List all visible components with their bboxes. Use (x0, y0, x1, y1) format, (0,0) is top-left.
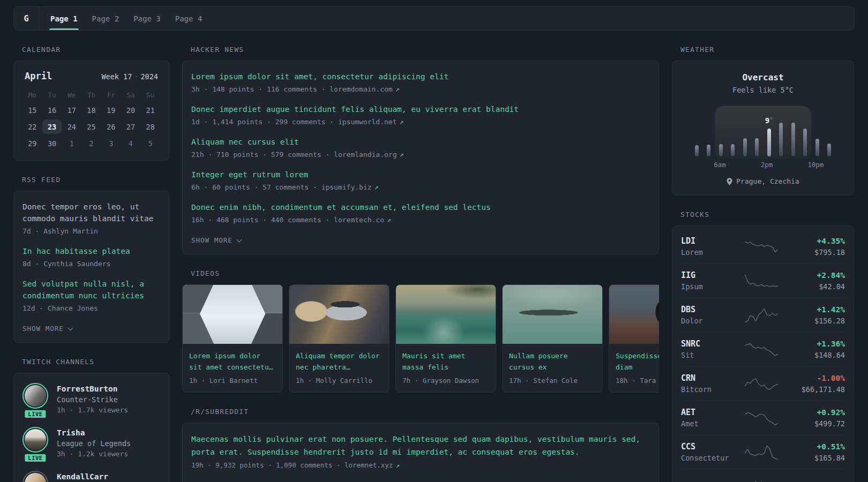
stock-quote: -1.00% $66,171.48 (786, 373, 845, 395)
rss-item: Donec tempor eros leo, ut commodo mauris… (23, 201, 160, 237)
stock-row[interactable]: SNRC Sit +1.36% $148.64 (681, 332, 845, 366)
stock-name: Ipsum (681, 281, 737, 292)
hour-tick-label (824, 161, 835, 169)
rss-item-title[interactable]: Donec tempor eros leo, ut commodo mauris… (23, 201, 160, 224)
rss-item-title[interactable]: In hac habitasse platea (23, 245, 160, 257)
twitch-widget: TWITCH CHANNELS LIVE ForrestBurton Count… (13, 358, 169, 482)
tab-page-3[interactable]: Page 3 (133, 7, 161, 30)
canoe-thumbnail[interactable] (503, 285, 602, 344)
tab-page-2[interactable]: Page 2 (92, 7, 119, 30)
stock-row[interactable]: CCS Consectetur +0.51% $165.84 (681, 435, 845, 469)
tab-page-1[interactable]: Page 1 (50, 7, 78, 30)
weather-feels-like: Feels like 5°C (683, 85, 843, 95)
stock-quote: +0.92% $499.72 (786, 407, 845, 429)
hn-item-title[interactable]: Donec imperdiet augue tincidunt felis al… (191, 103, 650, 115)
stock-ticker[interactable]: LDI (681, 236, 737, 247)
rss-item-meta: 7d · Ashlyn Martin (23, 226, 160, 237)
stock-quote: +4.35% $795.18 (786, 236, 845, 258)
stock-id: CRN Bitcorn (681, 373, 737, 395)
stock-row[interactable]: IIG Ipsum +2.84% $42.04 (681, 263, 845, 298)
rss-show-more-button[interactable]: SHOW MORE (23, 325, 72, 333)
calendar-day: 30 (42, 136, 62, 150)
hn-item-meta[interactable]: 21h · 710 points · 579 comments · loreml… (191, 149, 650, 160)
twitch-channel-row[interactable]: LIVE ForrestBurton Counter-Strike 1h · 1… (23, 383, 160, 415)
calendar-day: 24 (62, 119, 81, 134)
stock-change: -1.00% (786, 373, 845, 384)
hour-bar (743, 138, 747, 156)
calendar-day: 20 (121, 103, 141, 117)
app-logo[interactable]: G (14, 7, 39, 30)
video-title[interactable]: Aliquam tempor dolor nec pharetra… (296, 350, 383, 373)
hn-item-title[interactable]: Integer eget rutrum lorem (191, 169, 650, 180)
stock-ticker[interactable]: CCS (681, 441, 737, 453)
hn-item-title[interactable]: Aliquam nec cursus elit (191, 136, 650, 148)
twitch-avatar-wrap (23, 471, 48, 482)
calendar-day: 18 (81, 103, 101, 117)
stock-row[interactable]: AHS +0.46% (681, 469, 845, 482)
hn-item-title[interactable]: Lorem ipsum dolor sit amet, consectetur … (191, 71, 650, 82)
reddit-post-meta[interactable]: 19h · 9,932 points · 1,090 comments · lo… (191, 460, 650, 471)
video-meta[interactable]: 1h · Molly Carrillo (296, 376, 383, 386)
video-title[interactable]: Lorem ipsum dolor sit amet consectetu… (189, 350, 276, 373)
stock-change: +0.92% (786, 407, 845, 418)
hn-item-meta[interactable]: 3h · 148 points · 116 comments · loremdo… (191, 84, 650, 95)
video-card[interactable]: Mauris sit amet massa felis 7h · Grayson… (395, 284, 496, 393)
hour-tick-label (738, 161, 750, 169)
video-title[interactable]: Nullam posuere cursus ex (509, 350, 596, 373)
hn-item: Donec imperdiet augue tincidunt felis al… (191, 103, 650, 127)
stock-quote: +0.51% $165.84 (786, 441, 845, 463)
weather-location: Prague, Czechia (736, 177, 799, 185)
hour-bar (779, 123, 783, 156)
field-figure-thumbnail[interactable] (609, 285, 659, 344)
stock-row[interactable]: LDI Lorem +4.35% $795.18 (681, 229, 845, 263)
stock-ticker[interactable]: DBS (681, 304, 737, 315)
video-card[interactable]: Aliquam tempor dolor nec pharetra… 1h · … (289, 284, 390, 393)
video-meta[interactable]: 17h · Stefan Cole (509, 376, 596, 386)
stock-ticker[interactable]: IIG (681, 270, 737, 281)
stock-ticker[interactable]: SNRC (681, 338, 737, 350)
calendar-week-year: Week 17·2024 (101, 72, 158, 81)
hn-item-meta[interactable]: 6h · 60 points · 57 comments · ipsumify.… (191, 182, 650, 193)
twitch-channel-name[interactable]: ForrestBurton (57, 383, 128, 394)
video-meta[interactable]: 7h · Grayson Dawson (402, 376, 489, 386)
stock-ticker[interactable]: CRN (681, 373, 737, 384)
calendar-weekday: Th (81, 89, 101, 101)
forrest-avatar[interactable] (23, 383, 48, 409)
stock-row[interactable]: CRN Bitcorn -1.00% $66,171.48 (681, 366, 845, 401)
towers-thumbnail[interactable] (183, 285, 282, 344)
twitch-channel-category[interactable]: League of Legends (57, 438, 131, 449)
kendall-avatar[interactable] (23, 471, 48, 482)
twitch-channel-row[interactable]: LIVE Trisha League of Legends 3h · 1.2k … (23, 427, 160, 459)
sea-boat-thumbnail[interactable] (396, 285, 496, 344)
stock-quote: +1.36% $148.64 (786, 338, 845, 360)
stock-ticker[interactable]: AET (681, 407, 737, 418)
calendar-month: April (25, 71, 52, 81)
stock-row[interactable]: DBS Dolor +1.42% $156.28 (681, 298, 845, 332)
hour-tick-label (702, 161, 714, 169)
video-card[interactable]: Nullam posuere cursus ex 17h · Stefan Co… (502, 284, 603, 393)
trisha-avatar[interactable] (23, 427, 48, 453)
twitch-channel-name[interactable]: KendallCarr (57, 471, 108, 482)
twitch-channel-name[interactable]: Trisha (57, 427, 131, 438)
camera-thumbnail[interactable] (289, 285, 389, 344)
stock-quote: +1.42% $156.28 (786, 304, 845, 326)
video-meta[interactable]: 1h · Lori Barnett (189, 376, 276, 386)
video-title[interactable]: Mauris sit amet massa felis (402, 350, 489, 373)
stock-sparkline (737, 341, 786, 358)
hn-item-title[interactable]: Donec enim nibh, condimentum et accumsan… (191, 201, 650, 213)
tab-page-4[interactable]: Page 4 (175, 7, 203, 30)
video-card[interactable]: Lorem ipsum dolor sit amet consectetu… 1… (182, 284, 283, 393)
twitch-channel-category[interactable]: Counter-Strike (57, 394, 128, 405)
hn-item-meta[interactable]: 1d · 1,414 points · 299 comments · ipsum… (191, 117, 650, 127)
hn-item-meta[interactable]: 16h · 468 points · 440 comments · loremt… (191, 215, 650, 225)
video-card[interactable]: Suspendisse diam 18h · Tara (609, 284, 659, 393)
stock-row[interactable]: AET Amet +0.92% $499.72 (681, 401, 845, 435)
subreddit-card: Maecenas mollis pulvinar erat non posuer… (182, 423, 659, 482)
twitch-channel-row[interactable]: KendallCarr (23, 471, 160, 482)
calendar-day: 28 (140, 119, 160, 134)
video-title[interactable]: Suspendisse diam (616, 350, 659, 373)
reddit-post-title[interactable]: Maecenas mollis pulvinar erat non posuer… (191, 433, 650, 458)
rss-item-title[interactable]: Sed volutpat nulla nisl, a condimentum n… (23, 278, 160, 302)
video-meta[interactable]: 18h · Tara (616, 376, 659, 386)
hn-show-more-button[interactable]: SHOW MORE (191, 236, 241, 244)
